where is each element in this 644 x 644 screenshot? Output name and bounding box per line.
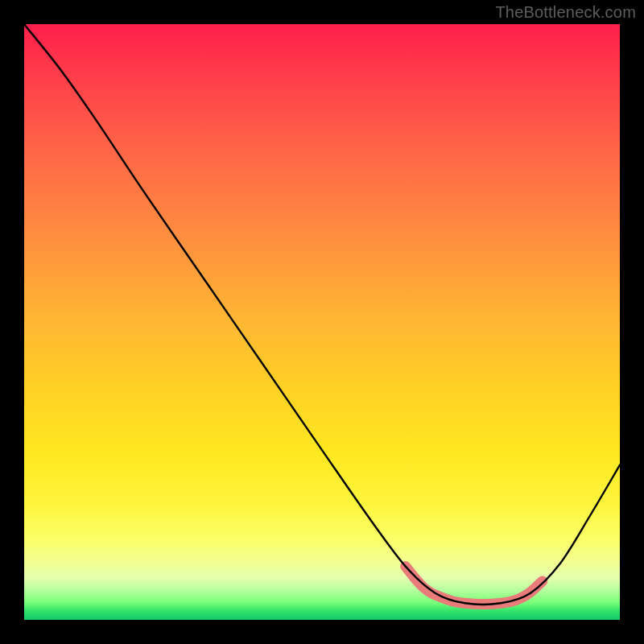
chart-curves-svg: [24, 24, 620, 620]
optimal-band: [406, 566, 543, 604]
bottleneck-curve: [24, 24, 620, 605]
chart-plot-area: [24, 24, 620, 620]
watermark-text: TheBottleneck.com: [495, 3, 636, 22]
chart-frame: TheBottleneck.com: [0, 0, 644, 644]
